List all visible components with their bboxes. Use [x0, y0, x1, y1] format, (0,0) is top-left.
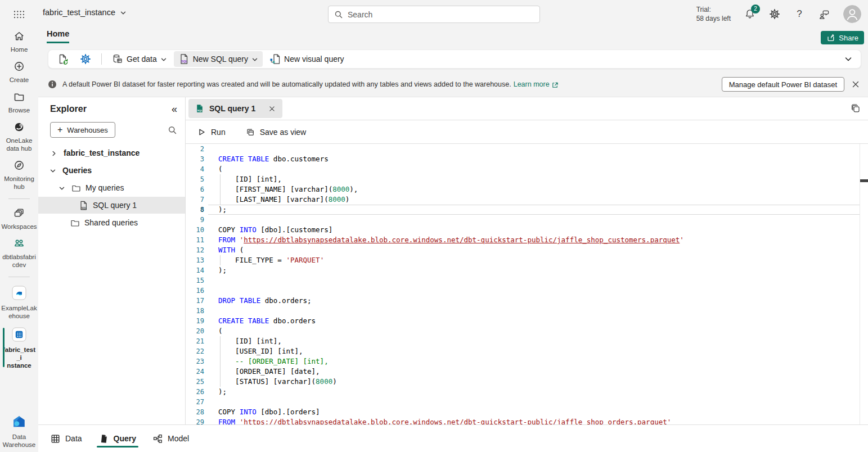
notifications-button[interactable]: 2 — [744, 8, 755, 20]
line-number: 24 — [186, 367, 204, 377]
code-text: [ORDER_DATE] [date], — [218, 367, 320, 377]
code-line-5[interactable]: 5 [ID] [int], — [186, 174, 860, 184]
code-line-21[interactable]: 21 [ID] [int], — [186, 336, 860, 346]
tab-data[interactable]: Data — [51, 425, 82, 452]
code-line-14[interactable]: 14); — [186, 265, 860, 275]
line-number: 28 — [186, 407, 204, 417]
share-button[interactable]: Share — [821, 31, 864, 44]
code-line-10[interactable]: 10COPY INTO [dbo].[customers] — [186, 225, 860, 235]
code-line-13[interactable]: 13 FILE_TYPE = 'PARQUET' — [186, 255, 860, 265]
search-input[interactable]: Search — [328, 6, 540, 23]
learn-more-link[interactable]: Learn more — [514, 80, 550, 88]
code-line-28[interactable]: 28COPY INTO [dbo].[orders] — [186, 407, 860, 417]
refresh-dataset-button[interactable] — [53, 51, 73, 67]
code-text: COPY INTO [dbo].[customers] — [218, 225, 332, 235]
tree-item-label: SQL query 1 — [93, 201, 137, 210]
tab-home[interactable]: Home — [47, 29, 69, 43]
tree-item-shared-queries[interactable]: Shared queries — [38, 214, 185, 231]
code-line-9[interactable]: 9 — [186, 215, 860, 225]
code-line-22[interactable]: 22 [USER_ID] [int], — [186, 346, 860, 356]
code-line-15[interactable]: 15 — [186, 275, 860, 286]
code-text: FILE_TYPE = 'PARQUET' — [218, 255, 324, 265]
close-tab-icon[interactable] — [268, 105, 276, 112]
code-line-12[interactable]: 12WITH ( — [186, 245, 860, 255]
code-line-3[interactable]: 3CREATE TABLE dbo.customers — [186, 154, 860, 164]
run-icon — [197, 128, 206, 137]
help-button[interactable]: ? — [794, 8, 805, 20]
line-number: 10 — [186, 225, 204, 235]
code-text: [ID] [int], — [218, 336, 282, 346]
code-line-19[interactable]: 19CREATE TABLE dbo.orders — [186, 316, 860, 326]
toolbar-row: Get data SQL New SQL query New visual qu… — [38, 46, 868, 72]
explorer-search-icon[interactable] — [168, 125, 177, 135]
tab-label: Data — [65, 434, 82, 443]
code-line-8[interactable]: 8); — [186, 205, 860, 215]
copy-icon[interactable] — [851, 103, 861, 114]
line-number: 19 — [186, 316, 204, 326]
new-sql-query-button[interactable]: SQL New SQL query — [174, 51, 263, 67]
sidebar-item-fabric-test-instance[interactable]: fabric_test_instance — [0, 323, 38, 373]
code-line-29[interactable]: 29FROM 'https://dbtlabsynapsedatalake.bl… — [186, 417, 860, 424]
sidebar-item-onelake-data-hub[interactable]: OneLakedata hub — [0, 117, 38, 156]
code-line-23[interactable]: 23 -- [ORDER_DATE] [int], — [186, 356, 860, 367]
code-line-18[interactable]: 18 — [186, 306, 860, 316]
code-line-7[interactable]: 7 [LAST_NAME] [varchar](8000) — [186, 195, 860, 205]
sidebar-item-examplelakehouse[interactable]: ExampleLakehouse — [0, 282, 38, 323]
get-data-button[interactable]: Get data — [107, 51, 172, 67]
banner-close-icon[interactable] — [851, 80, 860, 89]
code-line-24[interactable]: 24 [ORDER_DATE] [date], — [186, 367, 860, 377]
code-line-6[interactable]: 6 [FIRST_NAME] [varchar](8000), — [186, 184, 860, 195]
chevron-down-icon[interactable] — [50, 167, 56, 174]
code-line-17[interactable]: 17DROP TABLE dbo.orders; — [186, 296, 860, 306]
tree-item-fabric-test-instance[interactable]: fabric_test_instance — [38, 144, 185, 161]
monitoring-icon — [14, 160, 25, 171]
explorer-title: Explorer — [50, 104, 87, 114]
run-button[interactable]: Run — [197, 128, 226, 137]
tab-query[interactable]: Query — [99, 425, 136, 452]
code-line-4[interactable]: 4( — [186, 164, 860, 174]
avatar[interactable] — [843, 5, 861, 23]
tree-item-sql-query-1[interactable]: SQLSQL query 1 — [38, 197, 185, 214]
settings-button[interactable] — [769, 8, 780, 20]
code-text: FROM 'https://dbtlabsynapsedatalake.blob… — [218, 417, 671, 424]
new-visual-query-button[interactable]: New visual query — [265, 51, 349, 67]
query-tab[interactable]: SQL SQL query 1 — [188, 99, 282, 118]
add-warehouses-button[interactable]: + Warehouses — [50, 122, 115, 138]
dataset-settings-button[interactable] — [75, 51, 96, 67]
sidebar-item-monitoring-hub[interactable]: Monitoringhub — [0, 156, 38, 194]
tree-item-queries[interactable]: Queries — [38, 162, 185, 179]
sidebar-item-data-warehouse[interactable]: DataWarehouse — [0, 410, 38, 452]
folder-icon — [70, 218, 80, 228]
chevron-down-icon[interactable] — [59, 184, 65, 191]
save-as-view-icon — [246, 128, 255, 137]
code-line-27[interactable]: 27 — [186, 397, 860, 407]
save-as-view-button[interactable]: Save as view — [246, 128, 306, 137]
code-line-11[interactable]: 11FROM 'https://dbtlabsynapsedatalake.bl… — [186, 235, 860, 245]
model-icon — [153, 434, 163, 444]
line-number: 25 — [186, 377, 204, 387]
app-launcher-icon[interactable] — [13, 8, 25, 21]
feedback-button[interactable] — [818, 8, 830, 20]
sidebar-item-workspaces[interactable]: Workspaces — [0, 204, 38, 234]
sidebar-item-dbtlabsfabricdev[interactable]: dbtlabsfabricdev — [0, 234, 38, 272]
sidebar-item-create[interactable]: Create — [0, 57, 38, 87]
collapse-explorer-button[interactable]: « — [172, 104, 177, 114]
workspace-switcher[interactable]: fabric_test_instance — [43, 8, 127, 17]
editor-toolbar: Run Save as view — [186, 120, 868, 144]
code-line-26[interactable]: 26); — [186, 387, 860, 397]
code-line-2[interactable]: 2 — [186, 144, 860, 154]
sidebar-item-home[interactable]: Home — [0, 26, 38, 57]
manage-default-dataset-button[interactable]: Manage default Power BI dataset — [722, 77, 844, 92]
svg-text:SQL: SQL — [197, 109, 203, 112]
chevron-right-icon[interactable] — [51, 150, 57, 156]
tree-item-my-queries[interactable]: My queries — [38, 179, 185, 196]
tab-model[interactable]: Model — [153, 425, 189, 452]
code-line-16[interactable]: 16 — [186, 286, 860, 296]
sidebar-item-browse[interactable]: Browse — [0, 87, 38, 117]
code-line-20[interactable]: 20( — [186, 326, 860, 336]
toolbar-collapse-chevron[interactable] — [844, 55, 853, 64]
code-line-25[interactable]: 25 [STATUS] [varchar](8000) — [186, 377, 860, 387]
sql-editor[interactable]: 23CREATE TABLE dbo.customers4(5 [ID] [in… — [186, 144, 868, 424]
editor-scrollbar[interactable] — [860, 144, 868, 424]
workspace-switcher-label: fabric_test_instance — [43, 8, 115, 17]
